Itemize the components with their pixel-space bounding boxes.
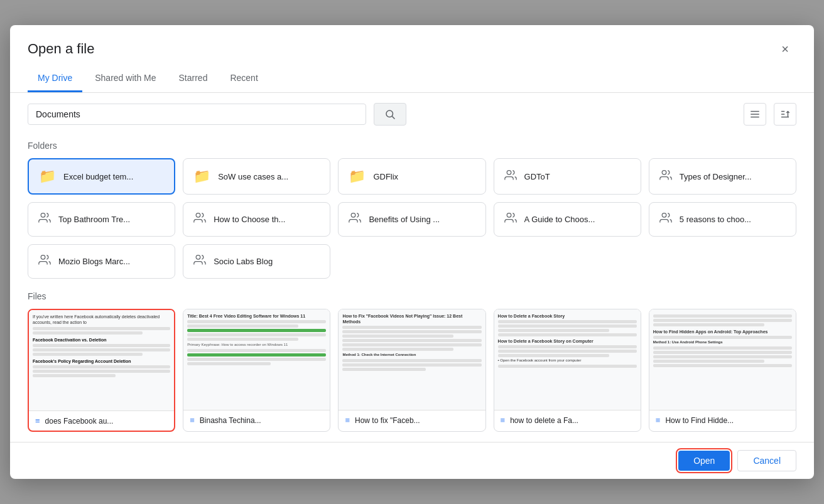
file-footer-4: ≡ how to delete a Fa... (494, 410, 641, 430)
svg-point-16 (41, 255, 45, 260)
file-preview-text: How to Find Hidden Apps on Android: Top … (649, 309, 796, 410)
folder-name: GDFlix (373, 172, 398, 181)
file-footer-2: ≡ Binasha Techina... (183, 410, 330, 430)
file-preview-text: If you've written here Facebook automati… (29, 310, 174, 410)
close-button[interactable]: × (774, 38, 796, 60)
folder-how-to-choose[interactable]: How to Choose th... (183, 202, 330, 237)
folder-name: A Guide to Choos... (524, 215, 595, 224)
file-name: How to fix "Faceb... (355, 416, 479, 425)
svg-point-15 (662, 213, 666, 218)
file-preview-1: If you've written here Facebook automati… (29, 310, 174, 410)
open-file-dialog: Open a file × My Drive Shared with Me St… (10, 25, 814, 479)
folder-name: Excel budget tem... (63, 172, 133, 181)
shared-folder-icon (504, 212, 517, 227)
tab-recent[interactable]: Recent (220, 65, 268, 92)
doc-icon: ≡ (345, 416, 350, 425)
folder-icon: 📁 (349, 168, 366, 185)
svg-point-13 (352, 213, 356, 218)
folder-excel-budget[interactable]: 📁 Excel budget tem... (28, 158, 175, 195)
file-card-3[interactable]: How to Fix "Facebook Videos Not Playing"… (338, 309, 485, 432)
tab-shared-with-me[interactable]: Shared with Me (85, 65, 166, 92)
shared-folder-icon (659, 212, 672, 227)
file-preview-4: How to Delete a Facebook Story How to De… (494, 309, 641, 410)
search-icon (384, 109, 396, 120)
folder-name: How to Choose th... (214, 215, 285, 224)
folder-name: 5 reasons to choo... (680, 215, 751, 224)
folder-5-reasons[interactable]: 5 reasons to choo... (649, 202, 796, 237)
files-section-label: Files (28, 291, 796, 301)
toolbar (10, 93, 814, 136)
file-name: how to delete a Fa... (510, 416, 634, 425)
tab-starred[interactable]: Starred (169, 65, 218, 92)
shared-folder-icon (659, 169, 672, 185)
list-view-icon (749, 109, 761, 120)
dialog-footer: Open Cancel (10, 442, 814, 479)
file-preview-text: Title: Best 4 Free Video Editing Softwar… (183, 309, 330, 410)
folder-name: Benefits of Using ... (369, 215, 440, 224)
shared-folder-icon (193, 254, 206, 269)
folder-name: GDToT (524, 172, 550, 181)
file-card-2[interactable]: Title: Best 4 Free Video Editing Softwar… (183, 309, 330, 432)
folder-guide[interactable]: A Guide to Choos... (494, 202, 641, 237)
file-preview-3: How to Fix "Facebook Videos Not Playing"… (339, 309, 485, 410)
shared-folder-icon (38, 212, 51, 227)
file-card-4[interactable]: How to Delete a Facebook Story How to De… (494, 309, 641, 432)
folder-sow[interactable]: 📁 SoW use cases a... (183, 158, 330, 195)
doc-icon: ≡ (656, 416, 661, 425)
doc-icon: ≡ (35, 416, 40, 426)
folder-name: Types of Designer... (680, 172, 752, 181)
file-preview-2: Title: Best 4 Free Video Editing Softwar… (183, 309, 330, 410)
dialog-header: Open a file × (10, 25, 814, 60)
file-preview-text: How to Delete a Facebook Story How to De… (494, 309, 641, 410)
file-footer-5: ≡ How to Find Hidde... (649, 410, 796, 430)
file-preview-text: How to Fix "Facebook Videos Not Playing"… (339, 309, 485, 410)
folder-gdtot[interactable]: GDToT (494, 158, 641, 195)
folder-name: Top Bathroom Tre... (58, 215, 130, 224)
cancel-button[interactable]: Cancel (737, 450, 796, 471)
dialog-title: Open a file (28, 41, 94, 57)
search-button[interactable] (374, 103, 406, 126)
content-area: Folders 📁 Excel budget tem... 📁 SoW use … (10, 136, 814, 442)
svg-point-10 (662, 170, 666, 174)
shared-folder-icon (38, 254, 51, 269)
folder-icon: 📁 (193, 168, 210, 185)
file-name: Binasha Techina... (200, 416, 324, 425)
svg-point-9 (507, 170, 511, 174)
svg-line-1 (392, 116, 394, 119)
folder-name: Socio Labs Blog (214, 257, 273, 266)
files-grid: If you've written here Facebook automati… (28, 309, 796, 432)
file-preview-5: How to Find Hidden Apps on Android: Top … (649, 309, 796, 410)
svg-point-12 (196, 213, 200, 218)
file-footer-3: ≡ How to fix "Faceb... (339, 410, 485, 430)
doc-icon: ≡ (190, 416, 195, 425)
search-input[interactable] (36, 109, 358, 119)
folder-icon: 📁 (39, 168, 56, 185)
folder-socio-labs[interactable]: Socio Labs Blog (183, 244, 330, 279)
folder-benefits[interactable]: Benefits of Using ... (338, 202, 485, 237)
folder-gdflix[interactable]: 📁 GDFlix (338, 158, 485, 195)
file-card-1[interactable]: If you've written here Facebook automati… (28, 309, 175, 432)
folder-name: Mozio Blogs Marc... (58, 257, 130, 266)
folder-mozio[interactable]: Mozio Blogs Marc... (28, 244, 175, 279)
shared-folder-icon (349, 212, 361, 227)
tabs-row: My Drive Shared with Me Starred Recent (10, 65, 814, 93)
folder-top-bathroom[interactable]: Top Bathroom Tre... (28, 202, 175, 237)
file-name: How to Find Hidde... (665, 416, 789, 425)
svg-point-11 (41, 213, 45, 218)
sort-icon (779, 109, 791, 120)
search-box (28, 104, 366, 125)
tab-my-drive[interactable]: My Drive (28, 65, 82, 92)
folder-name: SoW use cases a... (218, 172, 288, 181)
shared-folder-icon (193, 212, 206, 227)
file-card-5[interactable]: How to Find Hidden Apps on Android: Top … (649, 309, 796, 432)
shared-folder-icon (504, 169, 517, 185)
folders-section-label: Folders (28, 141, 796, 151)
svg-point-14 (507, 213, 511, 218)
open-button[interactable]: Open (678, 451, 730, 471)
doc-icon: ≡ (501, 416, 506, 425)
folder-types-designer[interactable]: Types of Designer... (649, 158, 796, 195)
list-view-button[interactable] (744, 103, 766, 126)
file-footer-1: ≡ does Facebook au... (29, 410, 174, 431)
sort-button[interactable] (774, 103, 796, 126)
file-name: does Facebook au... (45, 417, 168, 426)
